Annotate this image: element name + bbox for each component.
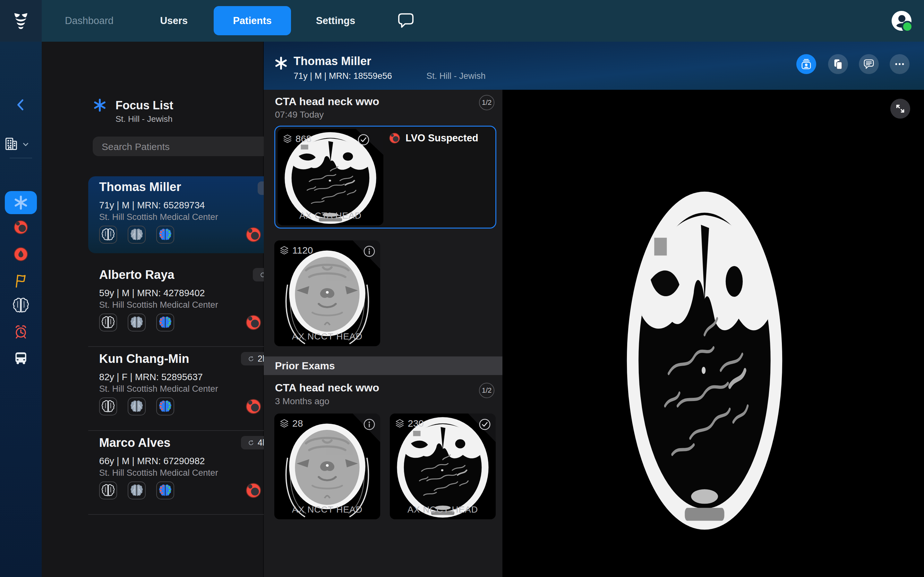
copy-documents-icon <box>831 57 845 71</box>
patient-list-panel: Focus List St. Hill - Jewish Thomas Mill… <box>42 42 264 577</box>
rail-item-brain[interactable] <box>0 297 42 314</box>
ellipsis-icon <box>893 57 906 71</box>
brain-outline-icon <box>12 297 29 314</box>
brain-gray-icon <box>129 484 144 498</box>
tab-dashboard[interactable]: Dashboard <box>65 0 113 42</box>
exam-card-selected[interactable]: 868 AX CTA HEAD LVO Suspected <box>274 126 496 229</box>
tab-users[interactable]: Users <box>160 0 188 42</box>
lvo-eye-icon <box>388 132 401 145</box>
patient-hospital: St. Hill Scottish Medical Center <box>99 384 218 394</box>
layers-icon <box>279 245 289 255</box>
series-label: AX NCCT HEAD <box>274 504 380 515</box>
prior-exams-header: Prior Exams <box>264 356 502 375</box>
patient-name: Thomas Miller <box>99 180 181 194</box>
series-brain-outline-button[interactable] <box>99 226 117 243</box>
site-selector[interactable] <box>0 135 37 153</box>
chevron-down-icon <box>21 139 31 149</box>
patient-header-site: St. Hill - Jewish <box>426 71 486 81</box>
rail-item-alarm[interactable] <box>0 323 42 340</box>
search-input[interactable] <box>101 137 276 157</box>
lvo-alert-icon[interactable] <box>244 314 262 332</box>
info-circle-icon <box>362 244 376 258</box>
focus-list-asterisk-icon <box>13 195 29 211</box>
ich-droplet-icon <box>13 246 29 263</box>
prior-thumbnail-ncct[interactable]: 28 AX NCCT HEAD <box>274 414 380 519</box>
focus-list-subtitle: St. Hill - Jewish <box>115 114 173 124</box>
brain-color-icon <box>158 316 172 330</box>
chat-lines-icon <box>863 58 875 71</box>
patient-header-meta: 71y | M | MRN: 18559e56 <box>294 71 392 81</box>
series-brain-gray-button[interactable] <box>128 226 145 243</box>
patient-hospital: St. Hill Scottish Medical Center <box>99 300 218 310</box>
brain-color-icon <box>158 227 172 242</box>
lvo-eye-icon <box>13 219 29 235</box>
series-brain-perfusion-button[interactable] <box>156 314 174 332</box>
series-brain-gray-button[interactable] <box>128 482 145 500</box>
series-brain-perfusion-button[interactable] <box>156 226 174 243</box>
action-chat[interactable] <box>859 54 879 74</box>
chat-button[interactable] <box>396 11 416 31</box>
prior-exam-title: CTA head neck wwo <box>275 382 379 394</box>
refresh-icon <box>247 439 255 447</box>
brain-outline-icon <box>101 484 115 498</box>
rail-item-focus-list[interactable] <box>5 191 37 214</box>
series-brain-perfusion-button[interactable] <box>156 482 174 500</box>
action-documents[interactable] <box>828 54 848 74</box>
top-nav: Dashboard Users Patients Settings <box>0 0 924 42</box>
lvo-alert-icon[interactable] <box>244 226 262 243</box>
patient-name: Marco Alves <box>99 436 170 450</box>
flag-icon <box>13 272 29 289</box>
prior-thumbnail-cta[interactable]: 230 AX NCCT HEAD <box>390 414 496 519</box>
brain-outline-icon <box>101 316 115 330</box>
fullscreen-button[interactable] <box>890 99 910 119</box>
lvo-alert-icon[interactable] <box>244 482 262 500</box>
ct-axial-image[interactable] <box>615 179 795 535</box>
check-circle-icon <box>357 133 371 147</box>
rail-item-ich[interactable] <box>0 246 42 263</box>
layers-icon <box>283 134 292 143</box>
patient-hospital: St. Hill Scottish Medical Center <box>99 212 218 222</box>
check-circle-icon <box>478 417 492 432</box>
action-patient-profile[interactable] <box>796 54 816 74</box>
viz-logo[interactable] <box>0 0 42 42</box>
app-window: Dashboard Users Patients Settings <box>0 0 924 577</box>
action-more[interactable] <box>890 54 909 74</box>
expand-arrows-icon <box>893 101 908 116</box>
focus-list-title: Focus List <box>115 99 173 112</box>
rail-item-flag[interactable] <box>0 272 42 289</box>
series-thumbnail-cta[interactable]: 868 AX CTA HEAD <box>278 129 383 226</box>
hospital-building-icon <box>2 135 20 153</box>
series-label: AX NCCT HEAD <box>390 504 496 515</box>
collapse-sidebar-button[interactable] <box>0 97 42 113</box>
patient-header-name: Thomas Miller <box>294 55 371 68</box>
rail-item-lvo[interactable] <box>0 219 42 235</box>
chevron-left-icon <box>13 97 29 113</box>
prior-page-badge: 1/2 <box>479 383 494 398</box>
exam-panel: CTA head neck wwo 1/2 07:49 Today 868 AX… <box>264 90 502 577</box>
image-viewer[interactable] <box>502 90 924 577</box>
series-brain-gray-button[interactable] <box>128 314 145 332</box>
info-circle-icon <box>362 417 376 432</box>
series-thumbnail-ncct[interactable]: 1120 AX NCCT HEAD <box>274 240 380 346</box>
brain-gray-icon <box>129 316 144 330</box>
series-brain-perfusion-button[interactable] <box>156 398 174 416</box>
user-avatar[interactable] <box>891 11 912 31</box>
exam-time: 07:49 Today <box>275 110 324 120</box>
chat-bubble-icon <box>396 11 416 31</box>
series-brain-outline-button[interactable] <box>99 398 117 416</box>
brain-outline-icon <box>101 227 115 242</box>
series-brain-outline-button[interactable] <box>99 314 117 332</box>
series-brain-outline-button[interactable] <box>99 482 117 500</box>
ambulance-bus-icon <box>12 349 29 366</box>
rail-divider <box>10 158 32 158</box>
patient-meta: 82y | F | MRN: 52895637 <box>99 372 203 382</box>
brain-color-icon <box>158 400 172 414</box>
lvo-alert-text: LVO Suspected <box>405 132 478 144</box>
rail-item-transfer[interactable] <box>0 349 42 366</box>
tab-patients[interactable]: Patients <box>214 6 291 35</box>
tab-settings[interactable]: Settings <box>316 0 355 42</box>
lvo-alert-icon[interactable] <box>244 398 262 416</box>
series-brain-gray-button[interactable] <box>128 398 145 416</box>
series-count: 230 <box>395 418 424 429</box>
brain-outline-icon <box>101 400 115 414</box>
